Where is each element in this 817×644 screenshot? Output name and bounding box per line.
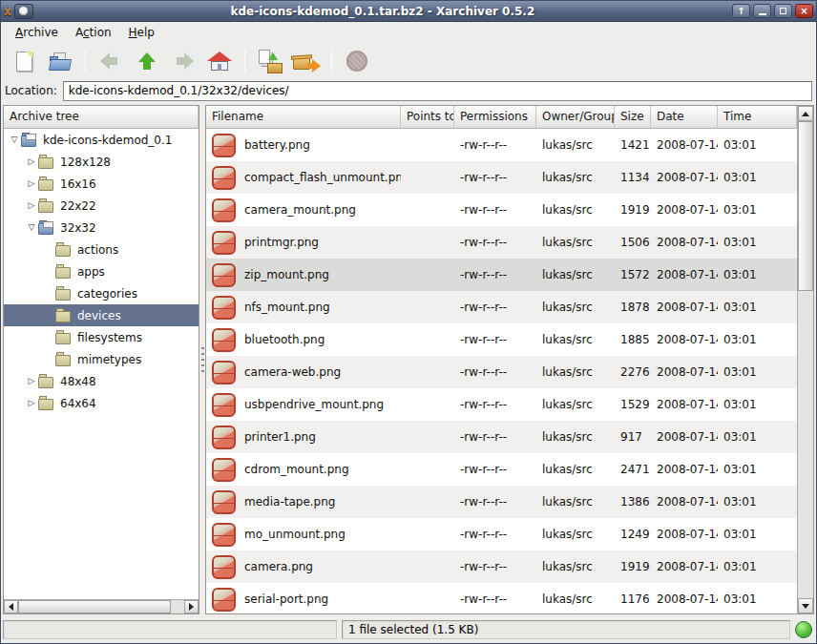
tree-item-16x16[interactable]: ▷16x16 xyxy=(4,173,199,195)
column-header-time[interactable]: Time xyxy=(718,106,797,129)
file-row-media-tape.png[interactable]: media-tape.png-rw-r--r--lukas/src1386200… xyxy=(206,486,797,518)
file-row-zip_mount.png[interactable]: zip_mount.png-rw-r--r--lukas/src15722008… xyxy=(206,259,797,291)
date-cell: 2008-07-14 xyxy=(651,268,718,281)
filelist-vscrollbar[interactable] xyxy=(797,106,813,613)
tree-item-48x48[interactable]: ▷48x48 xyxy=(4,370,199,392)
owner-group-cell: lukas/src xyxy=(536,138,615,152)
date-cell: 2008-07-14 xyxy=(651,171,718,184)
file-row-bluetooth.png[interactable]: bluetooth.png-rw-r--r--lukas/src18852008… xyxy=(206,323,797,356)
extract-button[interactable] xyxy=(289,46,324,76)
new-archive-icon xyxy=(16,52,32,72)
add-files-button[interactable] xyxy=(253,46,287,76)
expander-collapsed-icon[interactable]: ▷ xyxy=(25,399,38,407)
vscrollbar-track[interactable] xyxy=(798,121,813,598)
date-cell: 2008-07-14 xyxy=(651,365,718,379)
column-header-filename[interactable]: Filename xyxy=(206,106,401,129)
image-file-icon xyxy=(212,588,236,612)
scroll-down-button[interactable] xyxy=(798,598,813,613)
minimize-button[interactable] xyxy=(753,4,771,18)
time-cell: 03:01 xyxy=(718,301,797,314)
file-row-compact_flash_unmount.png[interactable]: compact_flash_unmount.png-rw-r--r--lukas… xyxy=(206,161,797,194)
tree-item-kde-icons-kdemod_0.1[interactable]: ▽kde-icons-kdemod_0.1 xyxy=(4,129,199,151)
file-row-camera_mount.png[interactable]: camera_mount.png-rw-r--r--lukas/src19192… xyxy=(206,194,797,226)
open-archive-icon xyxy=(49,52,73,71)
tree-item-apps[interactable]: apps xyxy=(4,260,199,282)
tree-item-label: filesystems xyxy=(77,331,142,344)
tree-item-mimetypes[interactable]: mimetypes xyxy=(4,348,199,370)
time-cell: 03:01 xyxy=(718,203,797,217)
new-archive-button[interactable] xyxy=(7,46,41,76)
tree-item-categories[interactable]: categories xyxy=(4,282,199,304)
tree-item-filesystems[interactable]: filesystems xyxy=(4,326,199,348)
owner-group-cell: lukas/src xyxy=(536,398,615,411)
column-header-size[interactable]: Size xyxy=(615,106,651,129)
file-row-camera.png[interactable]: camera.png-rw-r--r--lukas/src19192008-07… xyxy=(206,551,797,583)
time-cell: 03:01 xyxy=(718,138,797,152)
back-button[interactable] xyxy=(94,46,128,76)
file-row-usbpendrive_mount.png[interactable]: usbpendrive_mount.png-rw-r--r--lukas/src… xyxy=(206,388,797,421)
size-cell: 1919 xyxy=(615,203,651,217)
tree-item-label: apps xyxy=(77,265,105,279)
scroll-up-button[interactable] xyxy=(798,106,813,121)
time-cell: 03:01 xyxy=(718,430,797,444)
open-archive-button[interactable] xyxy=(43,46,77,76)
statusbar-message: 1 file selected (1.5 KB) xyxy=(348,623,478,636)
expander-collapsed-icon[interactable]: ▷ xyxy=(25,201,38,210)
shade-button[interactable]: ↑ xyxy=(732,4,750,18)
hscrollbar-track[interactable] xyxy=(18,600,184,613)
file-row-camera-web.png[interactable]: camera-web.png-rw-r--r--lukas/src2276200… xyxy=(206,356,797,388)
column-header-owner-group[interactable]: Owner/Group xyxy=(536,106,615,129)
tree-item-22x22[interactable]: ▷22x22 xyxy=(4,195,199,217)
scroll-right-button[interactable] xyxy=(184,600,199,613)
column-header-points-to[interactable]: Points to xyxy=(401,106,454,129)
file-row-printer1.png[interactable]: printer1.png-rw-r--r--lukas/src9172008-0… xyxy=(206,421,797,453)
column-header-permissions[interactable]: Permissions xyxy=(454,106,536,129)
tree-item-label: 32x32 xyxy=(60,221,96,235)
file-row-printmgr.png[interactable]: printmgr.png-rw-r--r--lukas/src15062008-… xyxy=(206,226,797,259)
time-cell: 03:01 xyxy=(718,592,797,606)
expander-collapsed-icon[interactable]: ▷ xyxy=(25,377,38,385)
archive-tree-header[interactable]: Archive tree xyxy=(4,106,199,129)
forward-button[interactable] xyxy=(166,46,200,76)
window-menu-button[interactable] xyxy=(14,4,33,19)
vscrollbar-thumb[interactable] xyxy=(798,121,813,291)
up-button[interactable] xyxy=(130,46,164,76)
expander-collapsed-icon[interactable]: ▷ xyxy=(25,179,38,188)
owner-group-cell: lukas/src xyxy=(536,365,615,379)
size-cell: 1134 xyxy=(615,171,651,184)
file-row-battery.png[interactable]: battery.png-rw-r--r--lukas/src14212008-0… xyxy=(206,129,797,161)
tree-item-devices[interactable]: devices xyxy=(4,304,199,326)
maximize-icon xyxy=(780,8,786,14)
image-file-icon xyxy=(212,263,236,287)
maximize-button[interactable] xyxy=(774,4,792,18)
titlebar[interactable]: x kde-icons-kdemod_0.1.tar.bz2 - Xarchiv… xyxy=(1,1,816,22)
expander-expanded-icon[interactable]: ▽ xyxy=(8,135,21,144)
location-input[interactable] xyxy=(63,81,812,101)
column-header-date[interactable]: Date xyxy=(651,106,718,129)
tree-item-128x128[interactable]: ▷128x128 xyxy=(4,151,199,173)
expander-expanded-icon[interactable]: ▽ xyxy=(25,223,38,232)
file-row-serial-port.png[interactable]: serial-port.png-rw-r--r--lukas/src117620… xyxy=(206,583,797,613)
home-button[interactable] xyxy=(202,46,237,76)
menu-archive[interactable]: Archive xyxy=(7,24,67,41)
hscrollbar-thumb[interactable] xyxy=(18,600,171,613)
close-button[interactable]: × xyxy=(795,4,813,18)
owner-group-cell: lukas/src xyxy=(536,203,615,217)
scroll-left-button[interactable] xyxy=(4,600,18,613)
sidebar-hscrollbar[interactable] xyxy=(4,599,199,613)
file-row-cdrom_mount.png[interactable]: cdrom_mount.png-rw-r--r--lukas/src247120… xyxy=(206,453,797,486)
stop-button[interactable] xyxy=(340,46,374,76)
tree-item-actions[interactable]: actions xyxy=(4,239,199,260)
expander-collapsed-icon[interactable]: ▷ xyxy=(25,157,38,166)
close-icon: × xyxy=(800,7,807,16)
tree-item-64x64[interactable]: ▷64x64 xyxy=(4,392,199,414)
owner-group-cell: lukas/src xyxy=(536,463,615,476)
tree-item-32x32[interactable]: ▽32x32 xyxy=(4,217,199,239)
filename-cell: camera_mount.png xyxy=(206,198,401,222)
menu-action[interactable]: Action xyxy=(67,24,120,41)
file-row-mo_unmount.png[interactable]: mo_unmount.png-rw-r--r--lukas/src1249200… xyxy=(206,518,797,551)
file-row-nfs_mount.png[interactable]: nfs_mount.png-rw-r--r--lukas/src18782008… xyxy=(206,291,797,323)
date-cell: 2008-07-14 xyxy=(651,495,718,509)
menu-help[interactable]: Help xyxy=(120,24,163,41)
shade-icon: ↑ xyxy=(737,7,744,16)
